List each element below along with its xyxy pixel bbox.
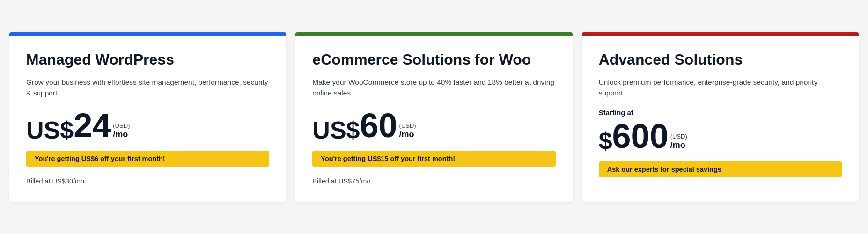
card-advanced-currency: $ — [599, 129, 612, 153]
card-ecommerce-price-usd: (USD) — [399, 122, 416, 130]
card-wordpress-price-block: US$ 24 (USD) /mo — [26, 109, 269, 142]
card-advanced-title: Advanced Solutions — [599, 51, 842, 68]
card-wordpress-price-suffix: (USD) /mo — [113, 122, 130, 139]
card-ecommerce: eCommerce Solutions for Woo Make your Wo… — [295, 32, 572, 202]
card-ecommerce-price-suffix: (USD) /mo — [399, 122, 416, 139]
card-wordpress-price-usd: (USD) — [113, 122, 130, 130]
card-wordpress-price-number: 24 — [74, 109, 111, 142]
card-wordpress-currency: US$ — [26, 118, 74, 142]
card-wordpress-discount-badge[interactable]: You're getting US$6 off your first month… — [26, 151, 269, 167]
card-wordpress-price-mo: /mo — [113, 130, 130, 140]
card-advanced-discount-badge[interactable]: Ask our experts for special savings — [599, 161, 842, 177]
card-ecommerce-price-mo: /mo — [399, 130, 416, 140]
card-wordpress-title: Managed WordPress — [26, 51, 269, 68]
card-ecommerce-price-number: 60 — [360, 109, 397, 142]
pricing-cards-container: Managed WordPress Grow your business wit… — [9, 32, 859, 202]
card-advanced-price-number: 600 — [612, 119, 669, 153]
card-ecommerce-billed-text: Billed at US$75/mo — [312, 177, 555, 185]
card-advanced-price-usd: (USD) — [670, 133, 687, 140]
card-advanced-description: Unlock premium performance, enterprise-g… — [599, 77, 842, 99]
card-ecommerce-title: eCommerce Solutions for Woo — [312, 51, 555, 68]
card-wordpress-billed-text: Billed at US$30/mo — [26, 177, 269, 185]
card-advanced: Advanced Solutions Unlock premium perfor… — [582, 32, 859, 202]
card-ecommerce-description: Make your WooCommerce store up to 40% fa… — [312, 77, 555, 99]
card-advanced-starting-at: Starting at — [599, 109, 842, 117]
card-ecommerce-currency: US$ — [312, 118, 360, 142]
card-wordpress-description: Grow your business with effortless site … — [26, 77, 269, 99]
card-ecommerce-discount-badge[interactable]: You're getting US$15 off your first mont… — [312, 151, 555, 167]
card-advanced-price-suffix: (USD) /mo — [670, 133, 687, 150]
card-advanced-price-block: $ 600 (USD) /mo — [599, 119, 842, 153]
card-advanced-price-mo: /mo — [670, 140, 687, 151]
card-wordpress: Managed WordPress Grow your business wit… — [9, 32, 286, 202]
card-ecommerce-price-block: US$ 60 (USD) /mo — [312, 109, 555, 142]
